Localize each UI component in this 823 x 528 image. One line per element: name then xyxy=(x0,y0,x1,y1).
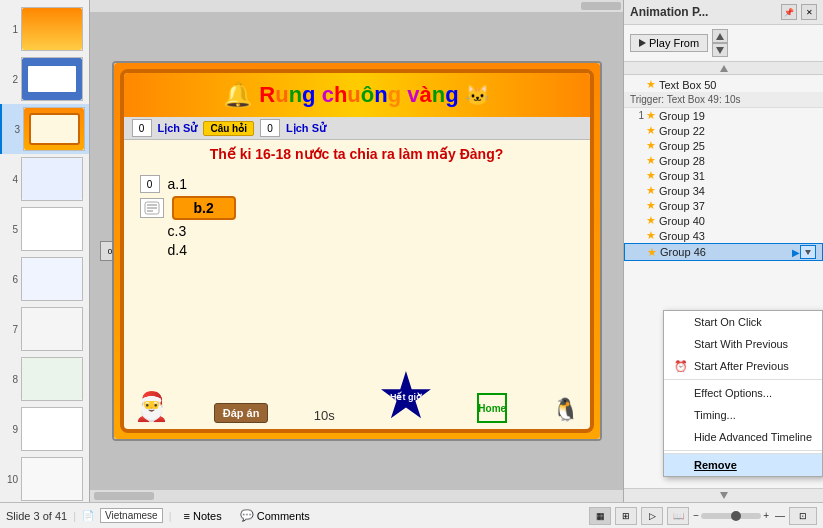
anim-item-group31[interactable]: ★ Group 31 xyxy=(624,168,823,183)
slide-thumb-2[interactable]: 2 xyxy=(0,54,89,104)
notes-icon: ≡ xyxy=(184,510,190,522)
ctx-hide-timeline[interactable]: Hide Advanced Timeline xyxy=(664,426,822,448)
status-right: ▦ ⊞ ▷ 📖 − + — ⊡ xyxy=(589,507,817,525)
slide-thumb-7[interactable]: 7 xyxy=(0,304,89,354)
slide-img-9 xyxy=(21,407,83,451)
notes-button[interactable]: ≡ Notes xyxy=(178,508,228,524)
ctx-start-on-click[interactable]: Start On Click xyxy=(664,311,822,333)
content-area: 0 🔔 Rung chuông vàng 🐱 xyxy=(90,0,623,502)
slide-thumb-4[interactable]: 4 xyxy=(0,154,89,204)
ctx-clock-icon: ⏰ xyxy=(674,359,688,373)
move-up-btn[interactable] xyxy=(712,29,728,43)
ctx-remove[interactable]: Remove xyxy=(664,453,822,476)
zoom-level: — xyxy=(775,510,785,521)
slide-nav: 0 Lịch Sử Câu hỏi 0 Lịch Sử xyxy=(124,117,590,140)
ctx-icon-3 xyxy=(674,386,688,400)
ctx-icon-6 xyxy=(674,458,688,472)
answer-row-a: 0 a.1 xyxy=(140,175,574,193)
ctx-icon-1 xyxy=(674,315,688,329)
play-from-button[interactable]: Play From xyxy=(630,34,708,52)
outline-view-btn[interactable]: ⊞ xyxy=(615,507,637,525)
timer-display: 10s xyxy=(314,408,335,423)
reading-view-btn[interactable]: 📖 xyxy=(667,507,689,525)
slide-answers: 0 a.1 b.2 xyxy=(124,168,590,265)
slide-img-8 xyxy=(21,357,83,401)
dropdown-icon xyxy=(805,250,811,255)
slide-img-10 xyxy=(21,457,83,501)
group46-play-icon: ▶ xyxy=(792,247,800,258)
order-buttons xyxy=(712,29,728,57)
anim-item-group43[interactable]: ★ Group 43 xyxy=(624,228,823,243)
anim-pin-btn[interactable]: 📌 xyxy=(781,4,797,20)
slide-thumb-8[interactable]: 8 xyxy=(0,354,89,404)
ctx-effect-options[interactable]: Effect Options... xyxy=(664,382,822,404)
normal-view-btn[interactable]: ▦ xyxy=(589,507,611,525)
slide-main: 🔔 Rung chuông vàng 🐱 0 Lịch Sử Câu hỏi xyxy=(112,61,602,441)
ctx-icon-4 xyxy=(674,408,688,422)
slide-title: Rung chuông vàng xyxy=(259,82,458,108)
anim-item-group19[interactable]: 1 ★ Group 19 xyxy=(624,108,823,123)
slide-img-1 xyxy=(21,7,83,51)
slideshow-view-btn[interactable]: ▷ xyxy=(641,507,663,525)
slide-thumb-5[interactable]: 5 xyxy=(0,204,89,254)
zoom-thumb xyxy=(731,511,741,521)
slide-img-4 xyxy=(21,157,83,201)
anim-item-group22[interactable]: ★ Group 22 xyxy=(624,123,823,138)
ctx-icon-2 xyxy=(674,337,688,351)
anim-close-btn[interactable]: ✕ xyxy=(801,4,817,20)
slide-panel: 1 2 3 4 xyxy=(0,0,90,502)
slide-img-3 xyxy=(23,107,85,151)
move-down-btn[interactable] xyxy=(712,43,728,57)
slide-img-7 xyxy=(21,307,83,351)
zoom-out-icon[interactable]: − xyxy=(693,510,699,521)
answer-button[interactable]: Đáp án xyxy=(214,403,269,423)
anim-dropdown-btn[interactable] xyxy=(800,245,816,259)
status-bar: Slide 3 of 41 | 📄 Vietnamese | ≡ Notes 💬… xyxy=(0,502,823,528)
slide-question: Thế ki 16-18 nước ta chia ra làm mấy Đàn… xyxy=(124,140,590,168)
anim-header-icons: 📌 ✕ xyxy=(781,4,817,20)
fit-slide-btn[interactable]: ⊡ xyxy=(789,507,817,525)
nav-score-2: 0 xyxy=(260,119,280,137)
answer-row-b: b.2 xyxy=(140,196,574,220)
scroll-up-icon xyxy=(720,65,728,72)
slide-footer: 🎅 Đáp án 10s Hết giờ Home xyxy=(124,371,590,423)
home-icon-box[interactable]: Home xyxy=(477,393,507,423)
ctx-start-with-previous[interactable]: Start With Previous xyxy=(664,333,822,355)
status-left: Slide 3 of 41 | 📄 Vietnamese | ≡ Notes 💬… xyxy=(6,507,581,524)
anim-toolbar: Play From xyxy=(624,25,823,61)
nav-cauhoi-btn[interactable]: Câu hỏi xyxy=(203,121,254,136)
answer-b-highlight: b.2 xyxy=(172,196,236,220)
starburst: Hết giờ xyxy=(380,371,432,423)
answer-row-c: c.3 xyxy=(140,223,574,239)
nav-score-1: 0 xyxy=(132,119,152,137)
play-icon xyxy=(639,39,646,47)
ctx-timing[interactable]: Timing... xyxy=(664,404,822,426)
scroll-down-icon xyxy=(720,492,728,499)
zoom-control: − + — xyxy=(693,510,785,521)
zoom-in-icon[interactable]: + xyxy=(763,510,769,521)
slide-view: 0 🔔 Rung chuông vàng 🐱 xyxy=(90,12,623,490)
zoom-bar[interactable] xyxy=(701,513,761,519)
scroll-up-area[interactable] xyxy=(624,61,823,75)
ctx-start-after-previous[interactable]: ⏰ Start After Previous xyxy=(664,355,822,377)
scroll-down-area[interactable] xyxy=(624,488,823,502)
comments-button[interactable]: 💬 Comments xyxy=(234,507,316,524)
slide-img-5 xyxy=(21,207,83,251)
anim-item-group46[interactable]: ★ Group 46 ▶ xyxy=(624,243,823,261)
anim-item-group37[interactable]: ★ Group 37 xyxy=(624,198,823,213)
slide-thumb-1[interactable]: 1 xyxy=(0,4,89,54)
anim-item-textbox50[interactable]: ★ Text Box 50 xyxy=(624,77,823,92)
slide-thumb-10[interactable]: 10 xyxy=(0,454,89,502)
slide-thumb-6[interactable]: 6 xyxy=(0,254,89,304)
slide-img-6 xyxy=(21,257,83,301)
anim-item-group25[interactable]: ★ Group 25 xyxy=(624,138,823,153)
anim-item-group28[interactable]: ★ Group 28 xyxy=(624,153,823,168)
anim-item-group34[interactable]: ★ Group 34 xyxy=(624,183,823,198)
anim-trigger-header: Trigger: Text Box 49: 10s xyxy=(624,92,823,108)
language-display: Vietnamese xyxy=(100,508,163,523)
slide-thumb-9[interactable]: 9 xyxy=(0,404,89,454)
anim-item-group40[interactable]: ★ Group 40 xyxy=(624,213,823,228)
comments-icon: 💬 xyxy=(240,509,254,522)
slide-thumb-3[interactable]: 3 xyxy=(0,104,89,154)
animation-panel: Animation P... 📌 ✕ Play From xyxy=(623,0,823,502)
